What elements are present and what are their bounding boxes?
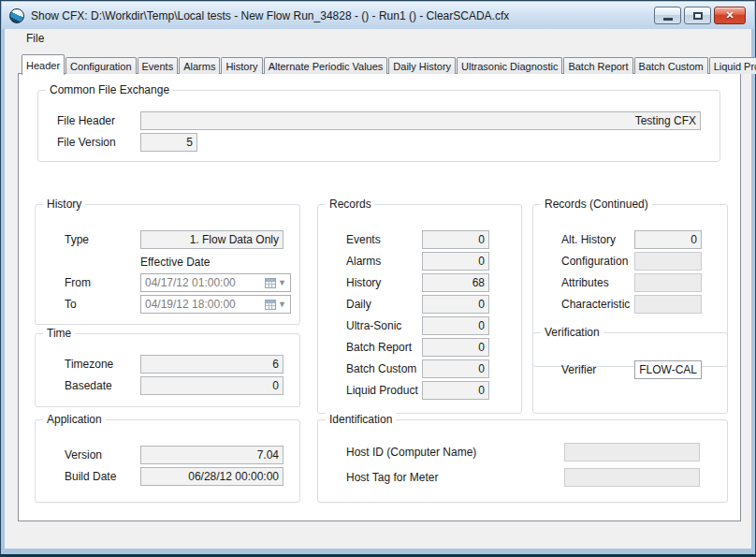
history-from-row: From 04/17/12 01:00:00 ▼ [36, 273, 299, 292]
group-title: Records (Continued) [541, 198, 652, 211]
attributes-field [634, 273, 702, 292]
host-tag-field [564, 468, 700, 487]
daily-field: 0 [422, 295, 489, 314]
group-title: Records [326, 198, 375, 211]
host-id-label: Host ID (Computer Name) [346, 446, 564, 459]
alarms-field: 0 [422, 252, 489, 271]
calendar-icon [265, 278, 276, 288]
file-header-label: File Header [57, 114, 140, 127]
history-type-row: Type 1. Flow Data Only [36, 230, 299, 249]
minimize-icon [663, 18, 673, 21]
calendar-icon [265, 300, 276, 310]
tab-daily-history[interactable]: Daily History [388, 57, 456, 74]
records-row-events: Events 0 [318, 230, 521, 249]
close-button[interactable]: ✕ [714, 7, 746, 24]
file-header-field: Testing CFX [140, 111, 701, 130]
history-to-row: To 04/19/12 18:00:00 ▼ [36, 295, 299, 314]
from-datetime-picker[interactable]: 04/17/12 01:00:00 ▼ [140, 273, 291, 292]
menu-bar: File [5, 29, 751, 50]
app-icon [9, 8, 24, 23]
verifier-field: FLOW-CAL [634, 360, 702, 379]
history-label: History [346, 276, 422, 289]
timezone-label: Timezone [65, 358, 140, 371]
caption-buttons: ✕ [651, 7, 746, 24]
liquid-product-label: Liquid Product [346, 384, 422, 397]
records-row-daily: Daily 0 [318, 295, 521, 314]
ultra-sonic-field: 0 [422, 316, 489, 335]
tab-header[interactable]: Header [22, 54, 65, 75]
file-version-label: File Version [57, 136, 140, 149]
liquid-product-field: 0 [422, 381, 489, 400]
tab-history[interactable]: History [221, 57, 262, 74]
tab-alternate-periodic-values[interactable]: Alternate Periodic Values [264, 57, 388, 74]
daily-label: Daily [346, 298, 422, 311]
verifier-row: Verifier FLOW-CAL [533, 360, 727, 379]
alarms-label: Alarms [346, 255, 422, 268]
from-datetime-value: 04/17/12 01:00:00 [145, 276, 263, 289]
file-header-row: File Header Testing CFX [38, 111, 720, 130]
events-field: 0 [422, 230, 489, 249]
alt-history-label: Alt. History [561, 233, 634, 246]
tab-batch-report[interactable]: Batch Report [563, 57, 632, 74]
tab-configuration[interactable]: Configuration [65, 57, 136, 74]
maximize-button[interactable] [684, 7, 711, 24]
minimize-button[interactable] [654, 7, 681, 24]
alt-history-field: 0 [634, 230, 702, 249]
titlebar[interactable]: Show CFX: D:\Workdir\Temp\Local tests - … [2, 2, 754, 29]
chevron-down-icon: ▼ [278, 279, 286, 287]
tab-strip: Header Configuration Events Alarms Histo… [22, 53, 756, 74]
group-title: History [43, 198, 85, 211]
version-row: Version 7.04 [36, 446, 299, 464]
host-id-field [564, 443, 700, 462]
ultra-sonic-label: Ultra-Sonic [346, 319, 422, 332]
tab-batch-custom[interactable]: Batch Custom [634, 57, 708, 74]
group-title: Identification [326, 413, 396, 426]
tab-alarms[interactable]: Alarms [179, 57, 220, 74]
batch-report-field: 0 [422, 338, 489, 357]
verifier-label: Verifier [561, 363, 634, 376]
file-version-field: 5 [140, 133, 197, 152]
history-type-field: 1. Flow Data Only [140, 230, 284, 249]
history-type-label: Type [65, 233, 140, 246]
build-date-row: Build Date 06/28/12 00:00:00 [36, 467, 299, 486]
history-to-label: To [65, 298, 140, 311]
build-date-field: 06/28/12 00:00:00 [140, 467, 284, 486]
host-tag-row: Host Tag for Meter [318, 468, 727, 487]
characteristic-label: Characteristic [561, 298, 634, 311]
records-row-configuration: Configuration [533, 252, 727, 271]
maximize-icon [693, 12, 703, 20]
tab-events[interactable]: Events [138, 57, 179, 74]
group-identification: Identification Host ID (Computer Name) H… [317, 419, 728, 503]
group-title: Verification [541, 326, 603, 339]
basedate-field: 0 [140, 376, 284, 395]
configuration-label: Configuration [561, 255, 634, 268]
tab-ultrasonic-diagnostic[interactable]: Ultrasonic Diagnostic [457, 57, 562, 74]
to-datetime-picker[interactable]: 04/19/12 18:00:00 ▼ [140, 295, 291, 314]
build-date-label: Build Date [65, 470, 140, 483]
host-tag-label: Host Tag for Meter [346, 471, 564, 484]
from-calendar-dropdown-button[interactable]: ▼ [263, 278, 288, 288]
host-id-row: Host ID (Computer Name) [318, 443, 727, 462]
file-version-row: File Version 5 [38, 133, 720, 152]
records-row-alarms: Alarms 0 [318, 252, 521, 271]
group-time: Time Timezone 6 Basedate 0 [35, 333, 300, 407]
menu-file[interactable]: File [21, 29, 50, 48]
tab-liquid-product[interactable]: Liquid Product [709, 57, 756, 74]
timezone-row: Timezone 6 [36, 355, 299, 374]
basedate-label: Basedate [65, 379, 140, 392]
history-from-label: From [65, 276, 140, 289]
records-row-alt-history: Alt. History 0 [533, 230, 727, 249]
group-application: Application Version 7.04 Build Date 06/2… [35, 419, 300, 503]
dialog-client-area: Header Configuration Events Alarms Histo… [5, 50, 751, 549]
close-icon: ✕ [725, 10, 734, 21]
group-records: Records Events 0 Alarms 0 History 68 Dai… [317, 204, 522, 414]
batch-custom-label: Batch Custom [346, 362, 422, 375]
to-calendar-dropdown-button[interactable]: ▼ [263, 300, 288, 310]
history-field: 68 [422, 273, 489, 292]
version-field: 7.04 [140, 446, 284, 464]
configuration-field [634, 252, 702, 271]
tab-page-header: Common File Exchange File Header Testing… [18, 73, 741, 521]
records-row-batch-report: Batch Report 0 [318, 338, 521, 357]
records-row-batch-custom: Batch Custom 0 [318, 359, 521, 378]
group-title: Time [43, 327, 75, 340]
